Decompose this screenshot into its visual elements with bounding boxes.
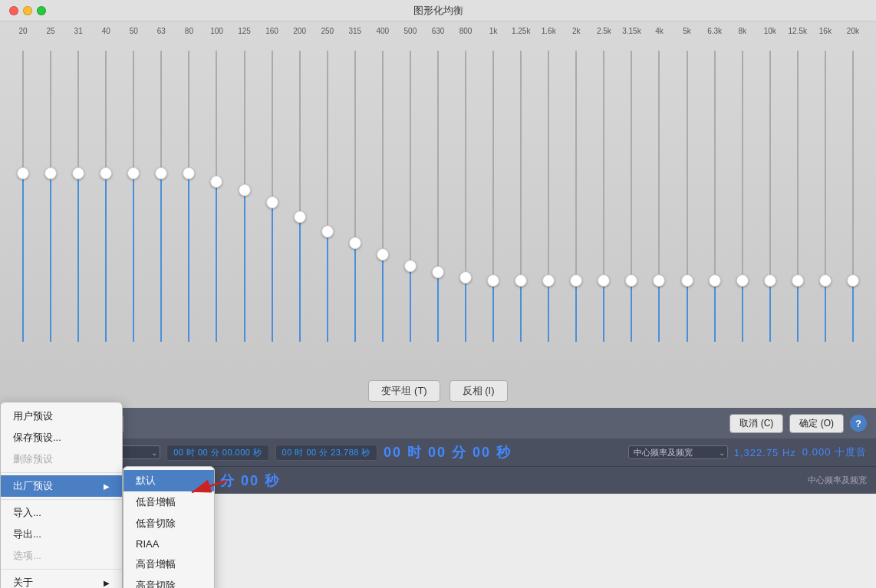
slider-col-18[interactable] [507, 43, 535, 358]
slider-col-17[interactable] [479, 43, 507, 358]
slider-col-7[interactable] [203, 43, 230, 358]
red-arrow-indicator [184, 477, 230, 503]
submenu-item-treble-cut[interactable]: 高音切除 [123, 575, 214, 588]
slider-thumb-2[interactable] [72, 167, 84, 179]
slider-col-3[interactable] [92, 43, 120, 358]
slider-col-14[interactable] [397, 43, 424, 358]
slider-col-29[interactable] [812, 43, 839, 358]
slider-thumb-23[interactable] [653, 274, 665, 287]
slider-fill-4 [133, 173, 134, 342]
slider-thumb-25[interactable] [709, 274, 721, 287]
slider-thumb-17[interactable] [487, 274, 499, 287]
slider-thumb-28[interactable] [792, 274, 804, 287]
slider-col-28[interactable] [784, 43, 812, 358]
slider-col-0[interactable] [9, 43, 37, 358]
slider-fill-8 [244, 190, 245, 342]
slider-thumb-16[interactable] [459, 271, 472, 284]
bottom-toolbar: 管理 (M) 预览 (P) 取消 (C) 确定 (O) ? [0, 408, 876, 439]
slider-thumb-6[interactable] [183, 167, 195, 179]
slider-thumb-26[interactable] [736, 274, 749, 287]
slider-thumb-7[interactable] [210, 176, 222, 188]
slider-thumb-13[interactable] [377, 248, 389, 261]
slider-thumb-14[interactable] [404, 260, 417, 272]
slider-thumb-11[interactable] [321, 225, 334, 238]
close-button[interactable] [9, 6, 18, 15]
slider-thumb-20[interactable] [570, 274, 582, 287]
maximize-button[interactable] [37, 6, 46, 15]
flatten-button[interactable]: 变平坦 (T) [368, 380, 440, 402]
slider-col-9[interactable] [259, 43, 286, 358]
slider-col-4[interactable] [120, 43, 147, 358]
menu-overlay: 用户预设 保存预设... 删除预设 出厂预设 ▶ 导入... 导出... 选项.… [0, 402, 123, 588]
slider-col-11[interactable] [314, 43, 341, 358]
slider-col-27[interactable] [756, 43, 784, 358]
invert-button[interactable]: 反相 (I) [450, 380, 508, 402]
cancel-button[interactable]: 取消 (C) [729, 414, 783, 433]
slider-col-22[interactable] [617, 43, 645, 358]
slider-col-2[interactable] [64, 43, 92, 358]
submenu-item-bass-cut[interactable]: 低音切除 [123, 513, 214, 534]
bandwidth-value: 0.000 十度音 [802, 445, 867, 459]
minimize-button[interactable] [23, 6, 32, 15]
submenu-item-riaa[interactable]: RIAA [123, 534, 214, 554]
slider-fill-19 [548, 281, 549, 342]
slider-thumb-8[interactable] [239, 184, 251, 196]
menu-item-import[interactable]: 导入... [1, 502, 122, 524]
slider-thumb-29[interactable] [819, 274, 832, 287]
slider-thumb-9[interactable] [266, 196, 278, 209]
freq-label-40: 40 [92, 27, 120, 35]
slider-col-21[interactable] [590, 43, 617, 358]
slider-col-26[interactable] [729, 43, 756, 358]
slider-col-13[interactable] [369, 43, 397, 358]
menu-item-user-preset[interactable]: 用户预设 [1, 406, 122, 427]
slider-thumb-12[interactable] [349, 237, 361, 249]
slider-track-11 [327, 51, 328, 342]
slider-thumb-4[interactable] [127, 167, 140, 179]
slider-col-23[interactable] [645, 43, 673, 358]
slider-col-12[interactable] [341, 43, 369, 358]
window-controls[interactable] [9, 6, 46, 15]
menu-item-save-preset[interactable]: 保存预设... [1, 427, 122, 448]
submenu-item-treble-boost[interactable]: 高音增幅 [123, 554, 214, 575]
ok-button[interactable]: 确定 (O) [789, 414, 844, 433]
slider-thumb-5[interactable] [155, 167, 167, 179]
slider-track-19 [548, 51, 549, 342]
slider-col-25[interactable] [701, 43, 729, 358]
menu-item-factory-preset[interactable]: 出厂预设 ▶ [1, 475, 122, 497]
freq-mode-select[interactable]: 中心频率及频宽 [628, 445, 728, 459]
help-button[interactable]: ? [850, 415, 867, 432]
menu-item-export[interactable]: 导出... [1, 524, 122, 545]
slider-thumb-0[interactable] [17, 167, 29, 179]
slider-col-1[interactable] [37, 43, 64, 358]
slider-thumb-1[interactable] [44, 167, 57, 179]
slider-thumb-19[interactable] [542, 274, 555, 287]
slider-fill-16 [465, 278, 466, 342]
freq-label-20k: 20k [839, 27, 867, 35]
slider-thumb-18[interactable] [515, 274, 527, 287]
slider-thumb-10[interactable] [294, 211, 306, 223]
slider-thumb-15[interactable] [432, 266, 444, 278]
freq-dropdown-wrapper[interactable]: 中心频率及频宽 [628, 445, 728, 459]
slider-col-24[interactable] [673, 43, 701, 358]
slider-col-6[interactable] [175, 43, 203, 358]
slider-col-30[interactable] [839, 43, 867, 358]
slider-col-5[interactable] [147, 43, 175, 358]
slider-thumb-30[interactable] [847, 274, 859, 287]
slider-fill-13 [382, 255, 384, 342]
menu-item-about[interactable]: 关于 ▶ [1, 572, 122, 588]
slider-thumb-22[interactable] [625, 274, 637, 287]
slider-track-27 [769, 51, 771, 342]
slider-thumb-24[interactable] [681, 274, 693, 287]
slider-col-8[interactable] [231, 43, 259, 358]
slider-thumb-3[interactable] [100, 167, 112, 179]
slider-col-19[interactable] [535, 43, 562, 358]
slider-fill-12 [354, 243, 356, 342]
slider-col-16[interactable] [452, 43, 479, 358]
slider-col-10[interactable] [286, 43, 314, 358]
slider-thumb-27[interactable] [764, 274, 776, 287]
slider-col-20[interactable] [562, 43, 590, 358]
slider-col-15[interactable] [424, 43, 452, 358]
slider-thumb-21[interactable] [598, 274, 610, 287]
eq-area: 2025314050638010012516020025031540050063… [0, 21, 876, 374]
slider-track-13 [382, 51, 384, 342]
